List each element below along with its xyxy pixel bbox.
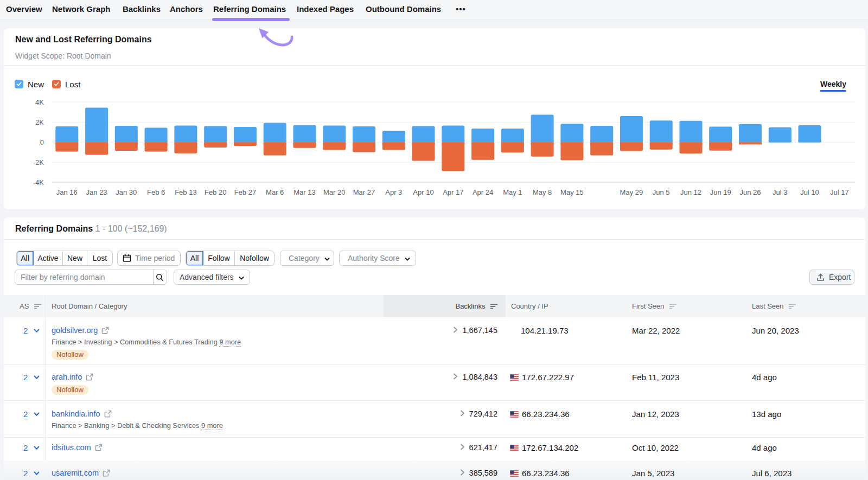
svg-text:Jun 19: Jun 19	[710, 188, 731, 196]
svg-text:-4K: -4K	[33, 178, 44, 187]
svg-text:Mar 20: Mar 20	[323, 188, 345, 196]
svg-text:-2K: -2K	[33, 158, 44, 167]
svg-text:Jun 26: Jun 26	[739, 188, 761, 196]
svg-text:Apr 3: Apr 3	[385, 188, 402, 196]
svg-text:Feb 6: Feb 6	[147, 188, 165, 196]
svg-text:Jul 3: Jul 3	[773, 188, 787, 196]
svg-text:2K: 2K	[35, 118, 44, 126]
svg-text:Jan 23: Jan 23	[86, 188, 107, 196]
svg-text:May 29: May 29	[620, 188, 643, 196]
svg-text:Mar 6: Mar 6	[266, 188, 284, 196]
svg-text:Jun 5: Jun 5	[653, 188, 670, 196]
svg-text:Apr 10: Apr 10	[413, 188, 433, 196]
svg-text:Mar 13: Mar 13	[293, 188, 315, 196]
svg-text:Jan 16: Jan 16	[56, 188, 78, 196]
svg-text:Jun 12: Jun 12	[680, 188, 701, 196]
svg-text:May 1: May 1	[503, 188, 522, 196]
svg-text:Feb 13: Feb 13	[175, 188, 196, 196]
svg-text:0: 0	[40, 138, 44, 146]
svg-text:Apr 24: Apr 24	[473, 188, 493, 196]
svg-text:4K: 4K	[35, 98, 44, 106]
svg-text:Feb 27: Feb 27	[234, 188, 256, 196]
svg-text:Jul 10: Jul 10	[800, 188, 819, 196]
svg-text:May 15: May 15	[560, 188, 584, 196]
svg-text:Feb 20: Feb 20	[205, 188, 226, 196]
svg-text:Apr 17: Apr 17	[443, 188, 463, 196]
svg-text:May 8: May 8	[533, 188, 552, 196]
svg-text:Jan 30: Jan 30	[116, 188, 137, 196]
svg-text:Jul 17: Jul 17	[830, 188, 849, 196]
svg-text:Mar 27: Mar 27	[353, 188, 375, 196]
